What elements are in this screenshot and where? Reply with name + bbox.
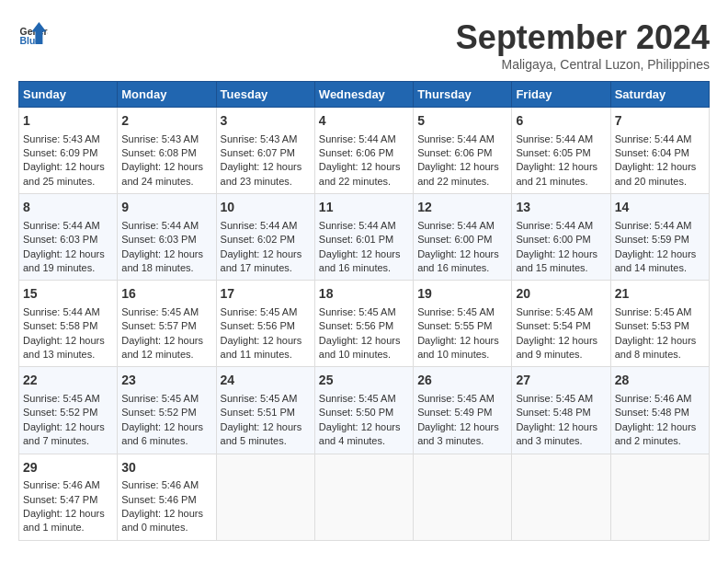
calendar-cell: 26Sunrise: 5:45 AM Sunset: 5:49 PM Dayli… [414, 367, 512, 454]
day-info: Sunrise: 5:46 AM Sunset: 5:46 PM Dayligh… [121, 478, 211, 535]
day-number: 30 [121, 459, 211, 477]
day-number: 3 [221, 112, 311, 131]
col-tuesday: Tuesday [216, 82, 314, 108]
calendar-cell: 6Sunrise: 5:44 AM Sunset: 6:05 PM Daylig… [512, 108, 610, 194]
day-number: 4 [319, 112, 409, 131]
calendar-cell: 7Sunrise: 5:44 AM Sunset: 6:04 PM Daylig… [610, 108, 709, 194]
calendar-cell: 4Sunrise: 5:44 AM Sunset: 6:06 PM Daylig… [314, 108, 413, 194]
day-info: Sunrise: 5:45 AM Sunset: 5:50 PM Dayligh… [319, 392, 409, 449]
day-info: Sunrise: 5:45 AM Sunset: 5:57 PM Dayligh… [121, 305, 211, 362]
calendar-cell: 28Sunrise: 5:46 AM Sunset: 5:48 PM Dayli… [610, 367, 709, 454]
calendar-cell: 8Sunrise: 5:44 AM Sunset: 6:03 PM Daylig… [19, 194, 118, 281]
page-header: General Blue September 2024 Maligaya, Ce… [18, 18, 710, 72]
day-number: 11 [319, 199, 409, 217]
calendar-cell [414, 454, 512, 540]
col-monday: Monday [118, 82, 216, 108]
month-title: September 2024 [456, 18, 710, 57]
day-info: Sunrise: 5:45 AM Sunset: 5:52 PM Dayligh… [23, 392, 113, 449]
title-block: September 2024 Maligaya, Central Luzon, … [456, 18, 710, 72]
day-number: 29 [23, 459, 113, 477]
calendar-cell [512, 454, 610, 540]
calendar-cell: 20Sunrise: 5:45 AM Sunset: 5:54 PM Dayli… [512, 281, 610, 367]
day-info: Sunrise: 5:44 AM Sunset: 6:03 PM Dayligh… [121, 219, 211, 276]
day-info: Sunrise: 5:43 AM Sunset: 6:09 PM Dayligh… [23, 132, 113, 190]
day-number: 6 [516, 112, 606, 131]
calendar-cell: 12Sunrise: 5:44 AM Sunset: 6:00 PM Dayli… [414, 194, 512, 281]
calendar-cell: 5Sunrise: 5:44 AM Sunset: 6:06 PM Daylig… [414, 108, 512, 194]
col-thursday: Thursday [414, 82, 512, 108]
calendar-table: Sunday Monday Tuesday Wednesday Thursday… [18, 81, 710, 541]
calendar-cell: 10Sunrise: 5:44 AM Sunset: 6:02 PM Dayli… [216, 194, 314, 281]
day-info: Sunrise: 5:44 AM Sunset: 6:03 PM Dayligh… [23, 219, 113, 276]
day-number: 14 [615, 199, 705, 217]
day-number: 13 [516, 199, 606, 217]
day-number: 12 [417, 199, 507, 217]
calendar-cell: 2Sunrise: 5:43 AM Sunset: 6:08 PM Daylig… [118, 108, 216, 194]
day-number: 15 [23, 285, 113, 304]
day-info: Sunrise: 5:46 AM Sunset: 5:48 PM Dayligh… [615, 392, 705, 449]
day-info: Sunrise: 5:45 AM Sunset: 5:49 PM Dayligh… [417, 392, 507, 449]
day-number: 19 [417, 285, 507, 304]
calendar-week-1: 1Sunrise: 5:43 AM Sunset: 6:09 PM Daylig… [19, 108, 710, 194]
calendar-cell: 13Sunrise: 5:44 AM Sunset: 6:00 PM Dayli… [512, 194, 610, 281]
day-number: 22 [23, 372, 113, 390]
day-number: 10 [221, 199, 311, 217]
day-info: Sunrise: 5:44 AM Sunset: 6:06 PM Dayligh… [319, 132, 409, 190]
day-number: 8 [23, 199, 113, 217]
calendar-cell: 27Sunrise: 5:45 AM Sunset: 5:48 PM Dayli… [512, 367, 610, 454]
calendar-cell [314, 454, 413, 540]
day-number: 17 [221, 285, 311, 304]
calendar-cell: 16Sunrise: 5:45 AM Sunset: 5:57 PM Dayli… [118, 281, 216, 367]
calendar-cell: 19Sunrise: 5:45 AM Sunset: 5:55 PM Dayli… [414, 281, 512, 367]
calendar-cell: 22Sunrise: 5:45 AM Sunset: 5:52 PM Dayli… [19, 367, 118, 454]
day-info: Sunrise: 5:45 AM Sunset: 5:54 PM Dayligh… [516, 305, 606, 362]
location-subtitle: Maligaya, Central Luzon, Philippines [456, 57, 710, 72]
calendar-cell: 29Sunrise: 5:46 AM Sunset: 5:47 PM Dayli… [19, 454, 118, 540]
logo-icon: General Blue [18, 18, 48, 48]
day-info: Sunrise: 5:45 AM Sunset: 5:55 PM Dayligh… [417, 305, 507, 362]
day-info: Sunrise: 5:43 AM Sunset: 6:07 PM Dayligh… [221, 132, 311, 190]
day-info: Sunrise: 5:45 AM Sunset: 5:56 PM Dayligh… [319, 305, 409, 362]
day-number: 7 [615, 112, 705, 131]
day-info: Sunrise: 5:44 AM Sunset: 6:01 PM Dayligh… [319, 219, 409, 276]
day-number: 20 [516, 285, 606, 304]
day-info: Sunrise: 5:44 AM Sunset: 5:58 PM Dayligh… [23, 305, 113, 362]
calendar-cell [216, 454, 314, 540]
calendar-cell: 17Sunrise: 5:45 AM Sunset: 5:56 PM Dayli… [216, 281, 314, 367]
day-info: Sunrise: 5:45 AM Sunset: 5:48 PM Dayligh… [516, 392, 606, 449]
col-friday: Friday [512, 82, 610, 108]
col-saturday: Saturday [610, 82, 709, 108]
calendar-cell: 9Sunrise: 5:44 AM Sunset: 6:03 PM Daylig… [118, 194, 216, 281]
col-sunday: Sunday [19, 82, 118, 108]
calendar-cell: 24Sunrise: 5:45 AM Sunset: 5:51 PM Dayli… [216, 367, 314, 454]
day-number: 24 [221, 372, 311, 390]
day-info: Sunrise: 5:45 AM Sunset: 5:56 PM Dayligh… [221, 305, 311, 362]
calendar-cell: 25Sunrise: 5:45 AM Sunset: 5:50 PM Dayli… [314, 367, 413, 454]
day-number: 1 [23, 112, 113, 131]
calendar-cell: 11Sunrise: 5:44 AM Sunset: 6:01 PM Dayli… [314, 194, 413, 281]
calendar-cell: 21Sunrise: 5:45 AM Sunset: 5:53 PM Dayli… [610, 281, 709, 367]
day-number: 26 [417, 372, 507, 390]
calendar-week-4: 22Sunrise: 5:45 AM Sunset: 5:52 PM Dayli… [19, 367, 710, 454]
day-info: Sunrise: 5:45 AM Sunset: 5:53 PM Dayligh… [615, 305, 705, 362]
day-number: 18 [319, 285, 409, 304]
day-number: 28 [615, 372, 705, 390]
day-info: Sunrise: 5:46 AM Sunset: 5:47 PM Dayligh… [23, 478, 113, 535]
calendar-cell: 23Sunrise: 5:45 AM Sunset: 5:52 PM Dayli… [118, 367, 216, 454]
day-number: 27 [516, 372, 606, 390]
calendar-cell: 14Sunrise: 5:44 AM Sunset: 5:59 PM Dayli… [610, 194, 709, 281]
day-info: Sunrise: 5:44 AM Sunset: 6:05 PM Dayligh… [516, 132, 606, 190]
calendar-week-2: 8Sunrise: 5:44 AM Sunset: 6:03 PM Daylig… [19, 194, 710, 281]
col-wednesday: Wednesday [314, 82, 413, 108]
day-info: Sunrise: 5:44 AM Sunset: 6:02 PM Dayligh… [221, 219, 311, 276]
day-number: 25 [319, 372, 409, 390]
day-info: Sunrise: 5:45 AM Sunset: 5:52 PM Dayligh… [121, 392, 211, 449]
day-info: Sunrise: 5:43 AM Sunset: 6:08 PM Dayligh… [121, 132, 211, 190]
day-info: Sunrise: 5:44 AM Sunset: 6:04 PM Dayligh… [615, 132, 705, 190]
logo: General Blue [18, 18, 48, 48]
calendar-cell: 30Sunrise: 5:46 AM Sunset: 5:46 PM Dayli… [118, 454, 216, 540]
day-info: Sunrise: 5:45 AM Sunset: 5:51 PM Dayligh… [221, 392, 311, 449]
day-info: Sunrise: 5:44 AM Sunset: 6:06 PM Dayligh… [417, 132, 507, 190]
day-info: Sunrise: 5:44 AM Sunset: 6:00 PM Dayligh… [417, 219, 507, 276]
day-number: 5 [417, 112, 507, 131]
